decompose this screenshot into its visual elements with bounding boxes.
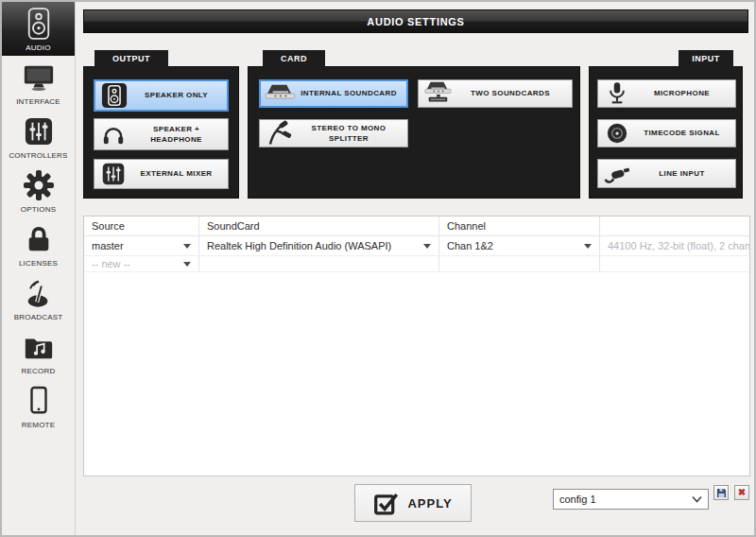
page-title: AUDIO SETTINGS (83, 9, 748, 33)
button-label: STEREO TO MONO SPLITTER (298, 123, 407, 144)
sidebar-item-interface[interactable]: INTERFACE (2, 56, 75, 110)
sidebar-item-options[interactable]: OPTIONS (2, 164, 75, 217)
antenna-icon (23, 275, 55, 311)
input-panel: MICROPHONE TIMECODE SIGNAL LINE INPUT (589, 66, 743, 199)
sliders-icon (25, 113, 53, 149)
stereo-mono-splitter-button[interactable]: STEREO TO MONO SPLITTER (259, 119, 408, 147)
button-label: TWO SOUNDCARDS (456, 88, 572, 98)
chevron-down-icon[interactable] (183, 262, 191, 267)
tab-output: OUTPUT (94, 50, 168, 67)
sidebar-item-label: AUDIO (26, 43, 50, 52)
internal-soundcard-button[interactable]: INTERNAL SOUNDCARD (259, 79, 408, 108)
gear-icon (23, 167, 55, 203)
button-label: TIMECODE SIGNAL (636, 128, 735, 138)
tab-card: CARD (263, 50, 325, 67)
source-value: -- new -- (92, 258, 130, 269)
music-folder-icon (23, 329, 55, 365)
chevron-down-icon[interactable] (423, 244, 431, 249)
table-header-row: Source SoundCard Channel (84, 217, 749, 236)
speaker-headphone-button[interactable]: SPEAKER + HEADPHONE (94, 118, 229, 150)
channel-value: Chan 1&2 (447, 240, 493, 251)
red-x-icon: ✖ (738, 488, 746, 497)
delete-config-button[interactable]: ✖ (734, 485, 749, 500)
button-label: LINE INPUT (636, 168, 735, 179)
button-label: SPEAKER ONLY (133, 90, 227, 100)
floppy-icon (716, 488, 727, 498)
sidebar-item-label: RECORD (22, 367, 56, 375)
chevron-down-icon[interactable] (584, 244, 592, 249)
output-panel: SPEAKER ONLY SPEAKER + HEADPHONE (83, 66, 239, 199)
button-label: SPEAKER + HEADPHONE (132, 124, 228, 145)
soundcard-icon (261, 82, 299, 105)
sidebar-item-label: OPTIONS (21, 205, 56, 214)
config-select[interactable]: config 1 (553, 489, 709, 510)
column-header-channel: Channel (439, 217, 600, 235)
audio-routing-table: Source SoundCard Channel master Realtek … (83, 216, 750, 476)
microphone-icon (598, 80, 636, 107)
splitter-cable-icon (260, 120, 298, 147)
vinyl-icon (598, 121, 636, 146)
soundcard-value: Realtek High Definition Audio (WASAPI) (207, 240, 391, 251)
headphone-icon (94, 122, 132, 147)
apply-label: APPLY (407, 496, 452, 511)
checkbox-check-icon (373, 491, 399, 516)
jack-cable-icon (598, 163, 636, 185)
button-label: INTERNAL SOUNDCARD (299, 88, 406, 98)
timecode-signal-button[interactable]: TIMECODE SIGNAL (597, 119, 736, 147)
speaker-box-icon (95, 82, 133, 109)
table-row: -- new -- (84, 256, 749, 272)
phone-icon (25, 383, 53, 419)
two-soundcards-button[interactable]: TWO SOUNDCARDS (418, 79, 573, 108)
column-header-info (600, 217, 749, 235)
two-soundcards-icon (419, 80, 456, 107)
new-source-dropdown[interactable]: -- new -- (84, 256, 199, 271)
source-dropdown[interactable]: master (84, 236, 199, 255)
channel-dropdown[interactable]: Chan 1&2 (439, 236, 600, 255)
card-panel: INTERNAL SOUNDCARD TWO SOUNDCARDS (248, 66, 580, 199)
speaker-only-button[interactable]: SPEAKER ONLY (94, 79, 229, 112)
external-mixer-button[interactable]: EXTERNAL MIXER (94, 159, 229, 189)
empty-cell (199, 256, 439, 271)
sidebar-item-label: INTERFACE (16, 97, 60, 106)
sidebar-item-label: LICENSES (19, 259, 58, 268)
sidebar-item-broadcast[interactable]: BROADCAST (2, 271, 75, 325)
sidebar-item-label: BROADCAST (14, 313, 63, 321)
tab-input: INPUT (679, 50, 733, 67)
sliders-icon (94, 163, 132, 185)
line-input-button[interactable]: LINE INPUT (597, 159, 736, 188)
sidebar-item-audio[interactable]: AUDIO (2, 2, 75, 56)
apply-button[interactable]: APPLY (354, 484, 472, 522)
microphone-button[interactable]: MICROPHONE (597, 79, 736, 108)
monitor-icon (23, 60, 55, 95)
source-value: master (92, 240, 124, 251)
chevron-down-icon[interactable] (183, 244, 191, 249)
sidebar-item-controllers[interactable]: CONTROLLERS (2, 110, 75, 164)
settings-sidebar: AUDIO INTERFACE (2, 2, 76, 535)
audio-settings-window: AUDIO INTERFACE (0, 0, 756, 537)
column-header-soundcard: SoundCard (199, 217, 439, 235)
empty-cell (439, 256, 600, 271)
sidebar-item-label: REMOTE (22, 421, 55, 429)
button-label: MICROPHONE (636, 88, 735, 98)
empty-cell (600, 256, 749, 271)
sidebar-item-remote[interactable]: REMOTE (2, 379, 75, 433)
config-select-value: config 1 (559, 494, 596, 505)
chevron-down-icon (692, 495, 702, 503)
format-info: 44100 Hz, 32-bit (float), 2 chan, 8 (600, 236, 749, 255)
sidebar-item-label: CONTROLLERS (9, 151, 67, 160)
soundcard-dropdown[interactable]: Realtek High Definition Audio (WASAPI) (199, 236, 439, 255)
table-row: master Realtek High Definition Audio (WA… (84, 236, 749, 256)
save-config-button[interactable] (713, 485, 729, 500)
button-label: EXTERNAL MIXER (132, 168, 228, 179)
column-header-source: Source (84, 217, 199, 235)
sidebar-item-licenses[interactable]: LICENSES (2, 217, 75, 271)
sidebar-item-record[interactable]: RECORD (2, 325, 75, 379)
lock-icon (25, 221, 53, 257)
speaker-icon (26, 6, 52, 42)
